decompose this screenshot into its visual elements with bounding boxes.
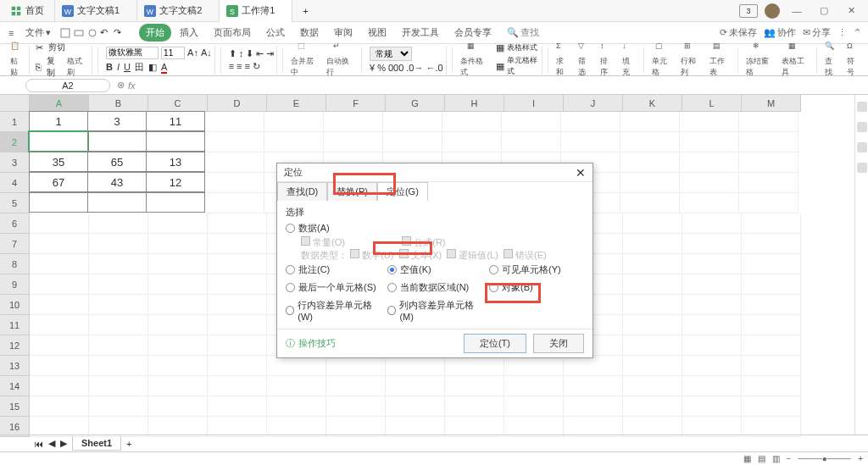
row-header-3[interactable]: 3 bbox=[0, 152, 30, 173]
cell-E13[interactable] bbox=[267, 356, 326, 376]
col-header-G[interactable]: G bbox=[386, 95, 445, 112]
ribbon-tab-5[interactable]: 审阅 bbox=[327, 24, 359, 42]
col-header-L[interactable]: L bbox=[682, 95, 742, 112]
col-header-D[interactable]: D bbox=[208, 95, 267, 112]
cell-J13[interactable] bbox=[564, 356, 623, 376]
underline-button[interactable]: U bbox=[124, 62, 131, 72]
minimize-button[interactable]: — bbox=[787, 6, 807, 16]
maximize-button[interactable]: ▢ bbox=[814, 5, 834, 16]
row-header-2[interactable]: 2 bbox=[0, 132, 30, 152]
cell-L10[interactable] bbox=[682, 295, 742, 315]
cell-D11[interactable] bbox=[208, 315, 267, 335]
font-name-select[interactable] bbox=[106, 47, 159, 59]
col-header-B[interactable]: B bbox=[89, 95, 148, 112]
print-icon[interactable] bbox=[73, 27, 85, 39]
cell-C1[interactable]: 11 bbox=[146, 111, 205, 131]
cell-M2[interactable] bbox=[739, 132, 798, 152]
row-header-6[interactable]: 6 bbox=[0, 213, 30, 234]
cell-L7[interactable] bbox=[682, 234, 742, 254]
cell-B12[interactable] bbox=[89, 335, 148, 356]
cell-L6[interactable] bbox=[682, 213, 742, 234]
dialog-close-button[interactable]: ✕ bbox=[576, 166, 586, 180]
row-header-12[interactable]: 12 bbox=[0, 335, 30, 356]
orientation-icon[interactable]: ↻ bbox=[253, 61, 260, 72]
ribbon-tab-1[interactable]: 插入 bbox=[173, 24, 205, 42]
cell-C4[interactable]: 12 bbox=[146, 172, 205, 192]
col-header-A[interactable]: A bbox=[30, 95, 89, 112]
cell-C12[interactable] bbox=[148, 335, 208, 356]
cell-C7[interactable] bbox=[148, 234, 208, 254]
align-top-icon[interactable]: ⬆ bbox=[229, 48, 236, 59]
cell-H1[interactable] bbox=[442, 112, 502, 132]
more-icon[interactable]: ⋮ bbox=[837, 27, 847, 38]
name-box[interactable]: A2 bbox=[25, 79, 110, 92]
row-header-15[interactable]: 15 bbox=[0, 396, 30, 417]
cell-M11[interactable] bbox=[742, 315, 801, 335]
cell-C8[interactable] bbox=[148, 254, 208, 274]
cell-G1[interactable] bbox=[383, 112, 442, 132]
paste-button[interactable]: 📋粘贴 bbox=[8, 42, 26, 78]
cell-B9[interactable] bbox=[89, 274, 148, 295]
cell-B14[interactable] bbox=[89, 376, 148, 396]
cell-M12[interactable] bbox=[742, 335, 801, 356]
radio-cur-region[interactable]: 当前数据区域(N) bbox=[387, 280, 482, 296]
cell-D8[interactable] bbox=[208, 254, 267, 274]
align-middle-icon[interactable]: ↕ bbox=[239, 48, 244, 58]
cell-K13[interactable] bbox=[623, 356, 682, 376]
cell-L15[interactable] bbox=[682, 396, 742, 417]
cell-L11[interactable] bbox=[682, 315, 742, 335]
cell-B15[interactable] bbox=[89, 396, 148, 417]
col-header-K[interactable]: K bbox=[623, 95, 682, 112]
cell-M13[interactable] bbox=[742, 356, 801, 376]
sheet-button[interactable]: ▤工作表 bbox=[707, 42, 732, 78]
tip-link[interactable]: ⓘ操作技巧 bbox=[286, 337, 336, 350]
cell-button[interactable]: ▢单元格 bbox=[649, 42, 675, 78]
cell-L1[interactable] bbox=[680, 112, 739, 132]
row-header-1[interactable]: 1 bbox=[0, 112, 30, 132]
cell-B3[interactable]: 65 bbox=[87, 152, 147, 172]
radio-comment[interactable]: 批注(C) bbox=[286, 262, 381, 278]
tab-home[interactable]: 首页 bbox=[0, 0, 55, 22]
sort-button[interactable]: ↕排序 bbox=[598, 42, 616, 78]
cell-K9[interactable] bbox=[623, 274, 682, 295]
cell-A15[interactable] bbox=[30, 396, 89, 417]
wrap-button[interactable]: ↵自动换行 bbox=[324, 42, 356, 78]
cell-K14[interactable] bbox=[623, 376, 682, 396]
select-all-corner[interactable] bbox=[0, 95, 30, 112]
cell-A12[interactable] bbox=[30, 335, 89, 356]
sheet-nav-next[interactable]: ▶ bbox=[60, 438, 67, 449]
locate-button[interactable]: 定位(T) bbox=[464, 334, 526, 353]
col-header-F[interactable]: F bbox=[326, 95, 386, 112]
row-header-11[interactable]: 11 bbox=[0, 315, 30, 335]
cell-C5[interactable] bbox=[146, 192, 205, 213]
cell-A10[interactable] bbox=[30, 295, 89, 315]
cell-D13[interactable] bbox=[208, 356, 267, 376]
undo-icon[interactable]: ↶ bbox=[100, 27, 112, 39]
border-button[interactable]: 田 bbox=[135, 61, 144, 74]
cell-C11[interactable] bbox=[148, 315, 208, 335]
cell-G13[interactable] bbox=[386, 356, 445, 376]
cell-B10[interactable] bbox=[89, 295, 148, 315]
fx-label[interactable]: ⊗fx bbox=[110, 80, 142, 91]
cell-H13[interactable] bbox=[445, 356, 504, 376]
share-button[interactable]: ✉ 分享 bbox=[803, 26, 831, 39]
dialog-tab-goto[interactable]: 定位(G) bbox=[377, 182, 428, 201]
dialog-title-bar[interactable]: 定位 ✕ bbox=[277, 163, 593, 182]
col-header-J[interactable]: J bbox=[564, 95, 623, 112]
cell-M7[interactable] bbox=[742, 234, 801, 254]
radio-data[interactable]: 数据(A) bbox=[286, 220, 584, 236]
cell-K2[interactable] bbox=[620, 132, 680, 152]
col-header-E[interactable]: E bbox=[267, 95, 326, 112]
dialog-tab-replace[interactable]: 替换(P) bbox=[327, 182, 377, 201]
cell-K15[interactable] bbox=[623, 396, 682, 417]
ribbon-tab-3[interactable]: 公式 bbox=[259, 24, 292, 42]
cell-M9[interactable] bbox=[742, 274, 801, 295]
cell-D15[interactable] bbox=[208, 396, 267, 417]
cell-C13[interactable] bbox=[148, 356, 208, 376]
ribbon-tab-2[interactable]: 页面布局 bbox=[207, 24, 258, 42]
freeze-button[interactable]: ❄冻结窗格 bbox=[743, 42, 776, 78]
radio-row-diff[interactable]: 行内容差异单元格(W) bbox=[286, 297, 381, 324]
row-header-10[interactable]: 10 bbox=[0, 295, 30, 315]
view-break-icon[interactable]: ▥ bbox=[772, 454, 780, 463]
redo-icon[interactable]: ↷ bbox=[114, 27, 125, 39]
